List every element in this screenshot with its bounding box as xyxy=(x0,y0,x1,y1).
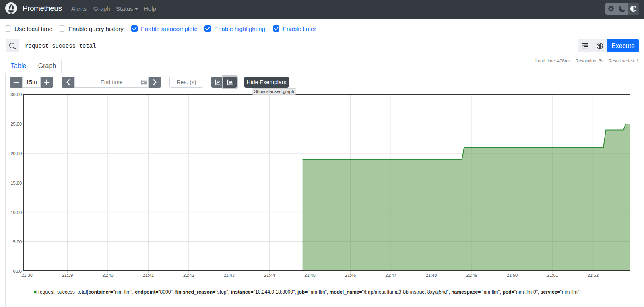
svg-text:5.00: 5.00 xyxy=(13,239,22,244)
svg-text:30.00: 30.00 xyxy=(10,92,22,97)
svg-text:21:50: 21:50 xyxy=(507,273,518,278)
svg-text:21:47: 21:47 xyxy=(385,273,396,278)
svg-text:21:49: 21:49 xyxy=(466,273,477,278)
svg-text:21:43: 21:43 xyxy=(223,273,235,278)
svg-text:21:40: 21:40 xyxy=(102,273,114,278)
svg-text:20.00: 20.00 xyxy=(10,151,22,156)
svg-text:15.00: 15.00 xyxy=(10,180,22,185)
svg-text:21:46: 21:46 xyxy=(345,273,356,278)
svg-text:21:51: 21:51 xyxy=(547,273,558,278)
svg-text:10.00: 10.00 xyxy=(10,210,22,215)
svg-text:21:45: 21:45 xyxy=(304,273,316,278)
svg-text:21:38: 21:38 xyxy=(21,273,33,278)
svg-text:21:48: 21:48 xyxy=(426,273,437,278)
svg-text:21:39: 21:39 xyxy=(62,273,73,278)
svg-text:21:42: 21:42 xyxy=(183,273,194,278)
svg-text:21:41: 21:41 xyxy=(143,273,154,278)
svg-text:21:44: 21:44 xyxy=(264,273,275,278)
svg-text:0.00: 0.00 xyxy=(13,269,22,274)
svg-text:21:52: 21:52 xyxy=(588,273,599,278)
svg-text:25.00: 25.00 xyxy=(10,122,22,127)
